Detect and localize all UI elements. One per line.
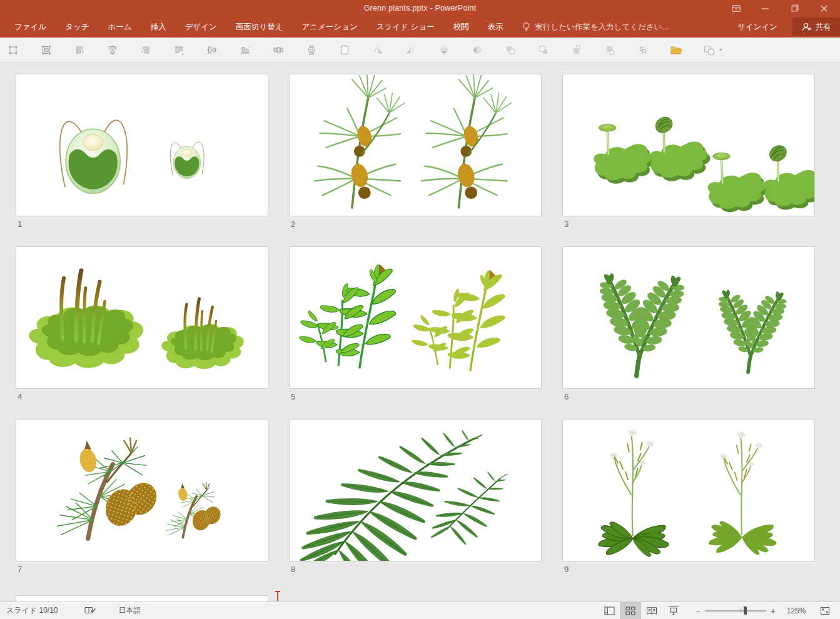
slide-4-artwork [16,247,268,388]
slide-number: 8 [289,565,542,575]
slide-2-thumbnail[interactable] [289,74,542,216]
bring-forward-icon[interactable] [503,43,517,57]
share-label: 共有 [816,22,831,33]
normal-view-icon[interactable] [599,602,620,619]
align-middle-icon[interactable] [205,43,219,57]
slide-10-thumbnail-partial[interactable] [16,595,268,601]
slide-cell-1: 1 [16,74,268,230]
statusbar: スライド 10/10 日本語 [0,601,840,619]
slide-9-thumbnail[interactable] [562,419,815,561]
slide-number: 6 [562,392,815,403]
zoom-out-button[interactable]: - [691,606,705,616]
slide-sorter-view-icon[interactable] [620,602,641,619]
merge-shapes-dropdown-icon[interactable]: ▾ [719,47,722,53]
minimize-icon[interactable] [751,0,780,16]
align-right-icon[interactable] [139,43,153,57]
tell-me-box[interactable]: 実行したい作業を入力してください... [522,22,668,33]
window-controls [721,0,839,16]
slide-cell-3: 3 [562,74,815,230]
tell-me-placeholder: 実行したい作業を入力してください... [535,22,668,33]
close-icon[interactable] [809,0,839,16]
ribbon-tabs: ファイル タッチ ホーム 挿入 デザイン 画面切り替え アニメーション スライド… [0,16,512,38]
slide-1-artwork [16,74,268,216]
send-backward-icon[interactable] [537,43,550,57]
slide-grid: 1 [16,74,815,575]
window-title: Grenn plants.pptx - PowerPoint [0,0,840,16]
tab-view[interactable]: 表示 [478,16,512,38]
titlebar: Grenn plants.pptx - PowerPoint [0,0,840,16]
slide-7-thumbnail[interactable] [16,419,268,561]
slide-number: 1 [16,219,268,230]
fit-to-window-icon[interactable] [812,602,837,619]
slide-cell-7: 7 [16,419,268,575]
size-position-icon[interactable] [6,43,20,57]
spellcheck-icon[interactable] [84,606,96,615]
slide-number: 7 [16,565,268,575]
distribute-vertical-icon[interactable] [305,43,318,57]
slide-7-artwork [16,420,268,561]
slide-number: 4 [16,392,268,403]
insertion-cursor [277,591,278,601]
slideshow-view-icon[interactable] [662,602,684,619]
flip-vertical-icon[interactable] [437,43,451,57]
account-area: サインイン 共有 [722,16,840,38]
share-button[interactable]: 共有 [792,18,840,36]
tab-insert[interactable]: 挿入 [141,16,176,38]
rotate-left-icon[interactable] [404,43,418,57]
rotate-right-icon[interactable] [371,43,385,57]
zoom-slider-track[interactable] [705,610,766,611]
statusbar-left: スライド 10/10 日本語 [0,605,141,616]
tab-home[interactable]: ホーム [99,16,141,38]
tab-file[interactable]: ファイル [5,16,56,38]
reading-view-icon[interactable] [641,602,662,619]
slide-cell-5: 5 [289,246,542,403]
tab-touch[interactable]: タッチ [56,16,98,38]
maximize-icon[interactable] [780,0,809,16]
flip-horizontal-icon[interactable] [470,43,484,57]
group-objects-icon[interactable] [636,43,650,57]
slide-8-thumbnail[interactable] [289,419,542,561]
slide-1-thumbnail[interactable] [16,74,268,216]
person-add-icon [802,23,812,31]
slide-number: 3 [562,219,815,230]
slide-5-artwork [290,247,541,388]
slide-cell-2: 2 [289,74,542,230]
slide-counter: スライド 10/10 [6,605,58,616]
slide-number: 2 [289,219,542,230]
slide-number: 5 [289,392,542,403]
bring-to-front-icon[interactable] [570,43,584,57]
slide-5-thumbnail[interactable] [289,246,542,389]
slide-4-thumbnail[interactable] [16,246,268,389]
quick-access-toolbar: ▾ [0,38,840,63]
slide-8-artwork [290,420,541,561]
merge-shapes-icon[interactable] [702,43,716,57]
zoom-level[interactable]: 125% [780,606,812,615]
signin-button[interactable]: サインイン [722,22,792,33]
language-indicator[interactable]: 日本語 [119,605,141,616]
tab-animations[interactable]: アニメーション [292,16,367,38]
zoom-in-button[interactable]: + [766,606,780,616]
slide-6-thumbnail[interactable] [562,246,815,389]
align-center-icon[interactable] [106,43,119,57]
zoom-slider[interactable] [705,602,766,619]
send-to-back-icon[interactable] [603,43,617,57]
slide-2-artwork [290,74,541,216]
slide-cell-4: 4 [16,246,268,403]
tab-transitions[interactable]: 画面切り替え [226,16,293,38]
slide-3-thumbnail[interactable] [562,74,815,216]
shape-outline-icon[interactable] [338,43,352,57]
tab-slideshow[interactable]: スライド ショー [367,16,444,38]
scale-object-icon[interactable] [39,43,53,57]
open-folder-icon[interactable] [669,43,683,57]
align-left-icon[interactable] [73,43,86,57]
statusbar-right: - + 125% [599,602,840,619]
zoom-slider-handle[interactable] [744,606,747,615]
distribute-horizontal-icon[interactable] [271,43,285,57]
tab-design[interactable]: デザイン [176,16,226,38]
ribbon-display-options-icon[interactable] [721,0,751,16]
slide-number: 9 [562,565,815,575]
slide-cell-9: 9 [562,419,815,575]
align-bottom-icon[interactable] [238,43,252,57]
align-top-icon[interactable] [172,43,186,57]
tab-review[interactable]: 校閲 [443,16,478,38]
